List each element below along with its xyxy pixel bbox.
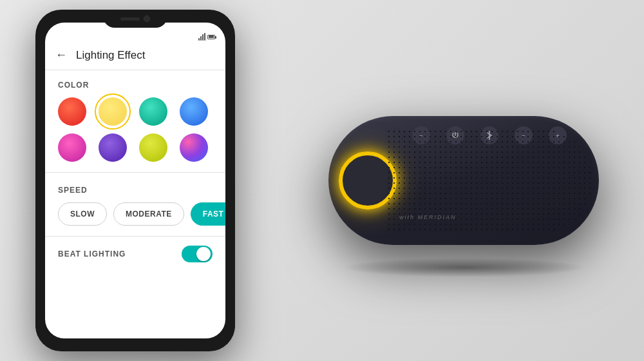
phone-container: ← Lighting Effect COLOR — [0, 0, 270, 361]
beat-lighting-label: BEAT LIGHTING — [58, 249, 126, 259]
battery-icon — [207, 35, 215, 39]
front-camera — [144, 15, 150, 22]
speed-moderate-button[interactable]: MODERATE — [113, 202, 184, 226]
speaker-section: − − + — [270, 0, 644, 361]
phone-device: ← Lighting Effect COLOR — [35, 10, 235, 351]
speaker-body: − − + — [328, 116, 599, 245]
speaker-shadow — [341, 258, 586, 277]
color-pink[interactable] — [58, 133, 86, 162]
color-grid — [45, 97, 225, 172]
screen-header: ← Lighting Effect — [45, 43, 225, 70]
color-yellow[interactable] — [99, 97, 127, 126]
speed-buttons-row: SLOW MODERATE FAST — [45, 202, 225, 236]
phone-notch — [103, 10, 167, 28]
color-red[interactable] — [58, 97, 86, 126]
screen-content: ← Lighting Effect COLOR — [45, 23, 225, 338]
color-multicolor[interactable] — [180, 133, 208, 162]
phone-screen: ← Lighting Effect COLOR — [45, 23, 225, 338]
signal-bar-1 — [198, 38, 200, 41]
color-section-label: COLOR — [45, 70, 225, 97]
speed-slow-button[interactable]: SLOW — [58, 202, 107, 226]
color-blue[interactable] — [180, 97, 208, 126]
signal-bar-3 — [202, 34, 204, 41]
color-teal[interactable] — [139, 97, 167, 126]
beat-lighting-row: BEAT LIGHTING — [45, 236, 225, 271]
speaker-brand: with MERIDIAN — [399, 214, 457, 220]
earpiece — [120, 17, 140, 21]
speed-fast-button[interactable]: FAST — [191, 202, 225, 226]
page-title: Lighting Effect — [76, 49, 145, 62]
signal-icon — [198, 33, 205, 41]
status-bar — [45, 30, 225, 43]
speed-section-label: SPEED — [45, 175, 225, 202]
signal-bar-2 — [200, 36, 202, 41]
back-button[interactable]: ← — [55, 48, 67, 62]
beat-lighting-toggle[interactable] — [182, 246, 213, 262]
color-yellow-green[interactable] — [139, 133, 167, 162]
battery-fill — [209, 35, 214, 38]
color-purple[interactable] — [99, 133, 127, 162]
speaker-wrapper: − − + — [283, 0, 644, 361]
speed-section: SPEED SLOW MODERATE FAST — [45, 173, 225, 236]
signal-bar-4 — [204, 33, 205, 41]
